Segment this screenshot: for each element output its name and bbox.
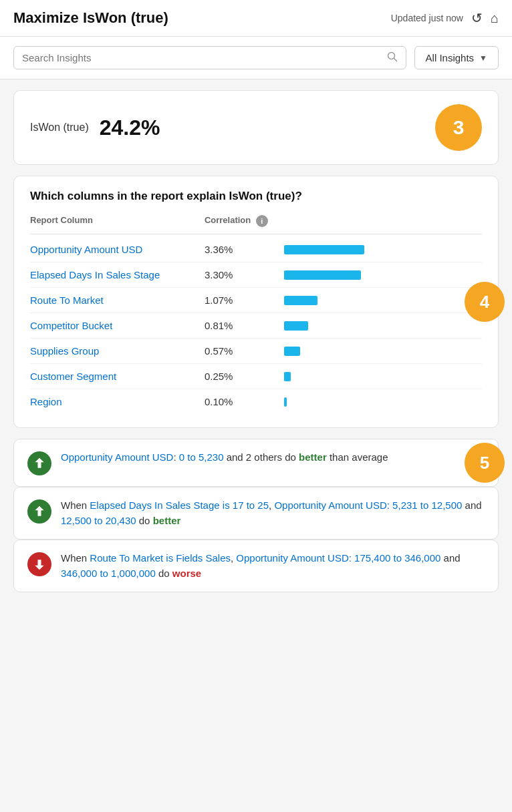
corr-link-4[interactable]: Supplies Group [30,345,205,357]
corr-bar-0 [284,245,364,254]
corr-bar-wrap-2 [284,296,482,305]
corr-pct-1: 3.30% [205,269,284,280]
insight-direction-icon [27,451,51,475]
insight-card-0: Opportunity Amount USD: 0 to 5,230 and 2… [13,439,499,487]
correlation-card: Which columns in the report explain IsWo… [13,176,499,428]
correlation-rows: Opportunity Amount USD 3.36% Elapsed Day… [30,237,482,414]
badge-4: 4 [465,282,505,322]
corr-bar-wrap-1 [284,270,482,280]
corr-link-2[interactable]: Route To Market [30,294,205,306]
kpi-badge-3: 3 [435,104,482,151]
info-icon[interactable]: i [256,215,268,227]
worse-label: worse [172,568,201,579]
insight-link[interactable]: 346,000 to 1,000,000 [61,568,156,579]
refresh-icon[interactable]: ↺ [471,10,483,26]
home-icon[interactable]: ⌂ [491,11,499,26]
kpi-left: IsWon (true) 24.2% [30,116,160,140]
header-right: Updated just now ↺ ⌂ [391,10,499,26]
corr-bar-4 [284,347,300,356]
better-label: better [153,515,181,526]
corr-row: Supplies Group 0.57% [30,339,482,364]
badge-5: 5 [465,443,505,483]
insight-link[interactable]: 12,500 to 20,430 [61,515,136,526]
corr-row: Region 0.10% [30,389,482,414]
corr-link-5[interactable]: Customer Segment [30,371,205,382]
correlation-title: Which columns in the report explain IsWo… [30,190,482,203]
corr-row: Elapsed Days In Sales Stage 3.30% [30,262,482,288]
insight-text-2: When Route To Market is Fields Sales, Op… [61,551,485,581]
page-title: Maximize IsWon (true) [13,9,168,27]
corr-row: Competitor Bucket 0.81% [30,313,482,339]
corr-pct-4: 0.57% [205,345,284,357]
kpi-label: IsWon (true) [30,122,89,134]
insight-link[interactable]: Opportunity Amount USD: 175,400 to 346,0… [236,552,440,564]
corr-link-0[interactable]: Opportunity Amount USD [30,244,205,255]
insight-text-part: than average [327,451,388,463]
insight-card-1: When Elapsed Days In Sales Stage is 17 t… [13,487,499,540]
corr-bar-5 [284,372,291,381]
corr-bar-wrap-4 [284,347,482,356]
correlation-header: Report Column Correlation i [30,215,482,234]
updated-text: Updated just now [391,13,463,23]
insight-link[interactable]: Route To Market is Fields Sales [90,552,231,564]
corr-pct-6: 0.10% [205,396,284,407]
corr-pct-3: 0.81% [205,320,284,331]
dropdown-label: All Insights [426,52,475,63]
insight-card-2: When Route To Market is Fields Sales, Op… [13,540,499,592]
chevron-down-icon: ▼ [479,53,487,63]
insight-text-part: When [61,552,90,564]
col-header-name: Report Column [30,215,205,227]
insight-link[interactable]: 0 to 5,230 [179,451,224,463]
corr-pct-5: 0.25% [205,371,284,382]
insight-text-part: : [173,451,178,463]
kpi-value: 24.2% [100,116,160,140]
insight-link[interactable]: Elapsed Days In Sales Stage is 17 to 25 [90,499,269,511]
search-icon [387,51,398,65]
correlation-table: Report Column Correlation i Opportunity … [30,215,482,414]
corr-link-1[interactable]: Elapsed Days In Sales Stage [30,269,205,280]
corr-pct-2: 1.07% [205,294,284,306]
insight-direction-icon [27,499,51,524]
insight-link[interactable]: Opportunity Amount USD: 5,231 to 12,500 [274,499,462,511]
insights-filter-dropdown[interactable]: All Insights ▼ [414,46,499,69]
search-area: All Insights ▼ [0,37,512,79]
search-input-wrap [13,46,406,69]
insight-text-part: and [440,552,460,564]
insight-text-1: When Elapsed Days In Sales Stage is 17 t… [61,498,485,528]
corr-row: Customer Segment 0.25% [30,364,482,389]
corr-link-6[interactable]: Region [30,396,205,407]
insight-text-0: Opportunity Amount USD: 0 to 5,230 and 2… [61,450,388,465]
svg-line-1 [394,58,396,61]
better-label: better [299,451,327,463]
col-header-bar [284,215,482,227]
corr-bar-1 [284,270,361,280]
insight-text-part: and 2 others do [224,451,299,463]
insight-cards: Opportunity Amount USD: 0 to 5,230 and 2… [13,439,499,592]
corr-bar-6 [284,397,287,407]
insight-text-part: and [462,499,481,511]
corr-bar-wrap-3 [284,321,482,331]
corr-row: Route To Market 1.07% [30,288,482,313]
corr-bar-wrap-0 [284,245,482,254]
insight-link[interactable]: Opportunity Amount USD [61,451,173,463]
insight-text-part: When [61,499,90,511]
col-header-corr: Correlation i [205,215,284,227]
main-content: IsWon (true) 24.2% 3 Which columns in th… [0,79,512,603]
header: Maximize IsWon (true) Updated just now ↺… [0,0,512,37]
corr-bar-wrap-5 [284,372,482,381]
corr-link-3[interactable]: Competitor Bucket [30,320,205,331]
insight-text-part: do [156,568,172,579]
corr-pct-0: 3.36% [205,244,284,255]
corr-bar-3 [284,321,308,331]
corr-bar-wrap-6 [284,397,482,407]
corr-row: Opportunity Amount USD 3.36% [30,237,482,262]
corr-bar-2 [284,296,317,305]
insight-direction-icon [27,552,51,576]
search-input[interactable] [22,47,382,69]
kpi-card: IsWon (true) 24.2% 3 [13,90,499,165]
insight-text-part: do [136,515,153,526]
